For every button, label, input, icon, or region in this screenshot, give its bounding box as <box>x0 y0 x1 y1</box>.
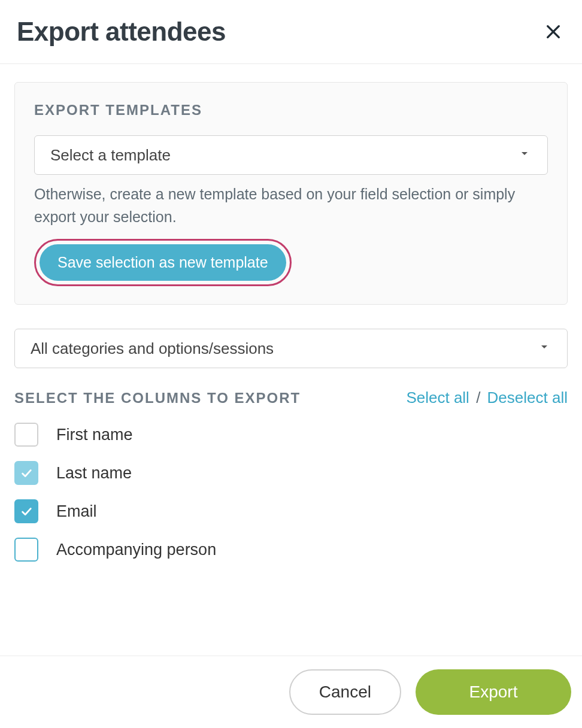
column-row-last-name[interactable]: Last name <box>14 461 568 485</box>
template-select[interactable]: Select a template <box>34 135 548 175</box>
column-row-email[interactable]: Email <box>14 499 568 523</box>
column-row-first-name[interactable]: First name <box>14 423 568 447</box>
column-label: First name <box>56 426 133 444</box>
column-label: Accompanying person <box>56 541 216 559</box>
chevron-down-icon <box>537 339 551 358</box>
checkbox[interactable] <box>14 538 38 562</box>
column-label: Email <box>56 502 97 521</box>
close-button[interactable] <box>541 20 565 44</box>
cancel-button[interactable]: Cancel <box>289 669 401 715</box>
template-select-value: Select a template <box>50 146 171 165</box>
columns-heading: SELECT THE COLUMNS TO EXPORT <box>14 390 301 407</box>
category-select[interactable]: All categories and options/sessions <box>14 329 568 368</box>
export-button[interactable]: Export <box>416 669 571 715</box>
checkbox[interactable] <box>14 499 38 523</box>
save-template-button[interactable]: Save selection as new template <box>40 244 286 281</box>
save-template-highlight: Save selection as new template <box>34 239 292 286</box>
template-help-text: Otherwise, create a new template based o… <box>34 183 548 228</box>
modal-header: Export attendees <box>0 0 582 64</box>
export-attendees-modal: Export attendees EXPORT TEMPLATES Select… <box>0 0 582 728</box>
link-separator: / <box>474 389 483 407</box>
export-templates-heading: EXPORT TEMPLATES <box>34 102 548 119</box>
modal-title: Export attendees <box>17 17 226 47</box>
column-label: Last name <box>56 464 132 483</box>
columns-checklist: First name Last name Email Accompanying … <box>14 423 568 562</box>
close-icon <box>544 34 563 43</box>
checkbox[interactable] <box>14 423 38 447</box>
checkbox[interactable] <box>14 461 38 485</box>
chevron-down-icon <box>517 146 532 165</box>
select-all-link[interactable]: Select all <box>406 389 469 407</box>
export-templates-panel: EXPORT TEMPLATES Select a template Other… <box>14 82 568 305</box>
columns-header: SELECT THE COLUMNS TO EXPORT Select all … <box>14 389 568 407</box>
column-row-accompanying-person[interactable]: Accompanying person <box>14 538 568 562</box>
modal-footer: Cancel Export <box>0 656 582 728</box>
select-links: Select all / Deselect all <box>406 389 568 407</box>
category-select-value: All categories and options/sessions <box>31 339 274 358</box>
deselect-all-link[interactable]: Deselect all <box>487 389 568 407</box>
modal-body: EXPORT TEMPLATES Select a template Other… <box>0 64 582 656</box>
